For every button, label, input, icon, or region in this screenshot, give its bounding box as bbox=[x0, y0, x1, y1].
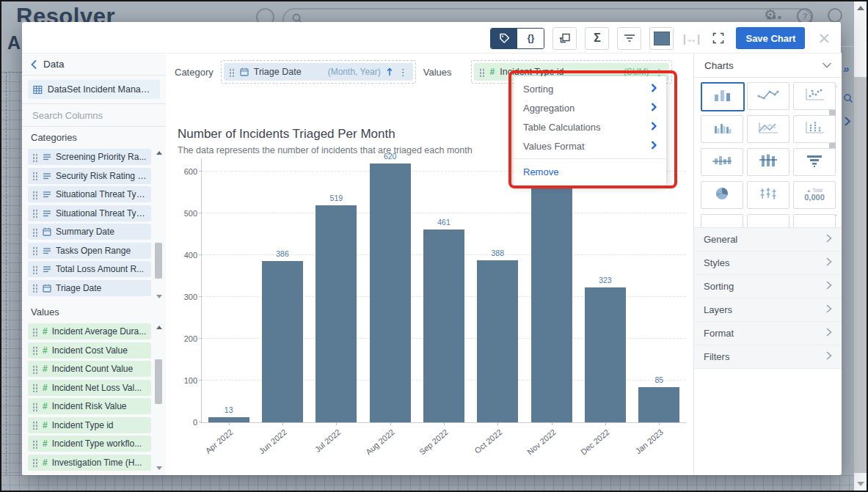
code-toggle-button[interactable]: {} bbox=[517, 29, 544, 48]
category-pill[interactable]: Screening Priority Ra... bbox=[28, 149, 151, 165]
scrollbar-thumb[interactable] bbox=[155, 359, 162, 403]
context-menu-item[interactable]: Values Format bbox=[514, 136, 666, 155]
drag-handle-icon[interactable] bbox=[32, 171, 38, 180]
bar[interactable] bbox=[262, 261, 303, 422]
category-pill[interactable]: Situational Threat Typ... bbox=[28, 186, 151, 202]
values-scrollbar[interactable] bbox=[154, 324, 164, 471]
search-columns-input[interactable] bbox=[31, 109, 163, 122]
scrollbar-thumb[interactable] bbox=[155, 243, 162, 279]
bar[interactable] bbox=[638, 387, 679, 422]
value-pill[interactable]: #Incident Net Loss Val... bbox=[28, 380, 151, 396]
scroll-up-arrow-icon[interactable] bbox=[156, 326, 162, 329]
drag-handle-icon[interactable] bbox=[32, 420, 38, 430]
save-chart-button[interactable]: Save Chart bbox=[736, 27, 805, 49]
drag-handle-icon[interactable] bbox=[32, 383, 38, 392]
chart-type-tile-scatter[interactable] bbox=[793, 82, 836, 110]
chart-type-tile-empty[interactable] bbox=[701, 214, 743, 227]
bar[interactable] bbox=[316, 205, 357, 422]
page-scrollbar-thumb[interactable] bbox=[854, 77, 867, 473]
bar[interactable] bbox=[208, 417, 249, 422]
category-pill[interactable]: Total Loss Amount R... bbox=[28, 261, 151, 277]
accordion-section-layers[interactable]: Layers bbox=[694, 298, 842, 322]
accordion-section-format[interactable]: Format bbox=[694, 322, 842, 345]
drag-handle-icon[interactable] bbox=[32, 402, 38, 411]
value-pill[interactable]: #Incident Average Dura... bbox=[28, 323, 151, 339]
chevron-left-icon[interactable] bbox=[31, 60, 37, 69]
category-pill[interactable]: Summary Date bbox=[28, 224, 151, 240]
chart-type-tile-column[interactable] bbox=[701, 115, 743, 143]
accordion-section-general[interactable]: General bbox=[694, 228, 842, 251]
sum-button[interactable]: Σ bbox=[585, 27, 609, 50]
fullscreen-button[interactable] bbox=[709, 28, 728, 49]
charts-section-header[interactable]: Charts bbox=[694, 54, 842, 78]
bar[interactable] bbox=[585, 287, 626, 422]
chart-type-tile-boxplot[interactable] bbox=[747, 181, 789, 209]
scroll-up-arrow-icon[interactable] bbox=[857, 6, 864, 10]
chart-type-tile-lines[interactable] bbox=[747, 115, 789, 143]
accordion-section-sorting[interactable]: Sorting bbox=[694, 275, 842, 298]
drag-handle-icon[interactable] bbox=[32, 364, 38, 374]
accordion-section-styles[interactable]: Styles bbox=[694, 251, 842, 275]
chart-type-tile-pie[interactable] bbox=[701, 181, 743, 209]
drag-handle-icon[interactable] bbox=[229, 67, 235, 77]
chart-type-tile-line[interactable] bbox=[747, 82, 789, 110]
bar[interactable] bbox=[477, 260, 518, 422]
context-menu-remove[interactable]: Remove bbox=[514, 161, 666, 183]
category-pill[interactable]: Tasks Open Range bbox=[28, 243, 151, 259]
categories-scrollbar[interactable] bbox=[154, 150, 164, 300]
page-scrollbar[interactable] bbox=[854, 1, 867, 491]
value-pill[interactable]: #Incident Risk Value bbox=[28, 398, 151, 414]
color-picker-button[interactable] bbox=[649, 27, 674, 50]
category-pill[interactable]: Security Risk Rating R... bbox=[28, 168, 151, 184]
drag-handle-icon[interactable] bbox=[32, 265, 38, 274]
labels-toggle-button[interactable] bbox=[491, 29, 517, 48]
filter-button[interactable] bbox=[617, 27, 641, 50]
bar[interactable] bbox=[370, 164, 411, 422]
field-menu-icon[interactable]: ⋮ bbox=[654, 67, 664, 77]
context-menu-item[interactable]: Sorting bbox=[514, 79, 666, 98]
scroll-up-arrow-icon[interactable] bbox=[156, 151, 162, 155]
category-pill[interactable]: Situational Threat Typ... bbox=[28, 205, 151, 221]
drag-handle-icon[interactable] bbox=[32, 153, 38, 162]
drag-handle-icon[interactable] bbox=[32, 439, 38, 449]
scroll-down-arrow-icon[interactable] bbox=[156, 466, 162, 470]
drag-handle-icon[interactable] bbox=[32, 246, 38, 255]
bar[interactable] bbox=[423, 230, 464, 422]
drag-handle-icon[interactable] bbox=[32, 327, 38, 337]
drag-handle-icon[interactable] bbox=[32, 208, 38, 218]
drag-handle-icon[interactable] bbox=[479, 67, 485, 77]
value-pill[interactable]: #Incident Type workflo... bbox=[28, 436, 151, 452]
accordion-section-filters[interactable]: Filters bbox=[694, 345, 842, 369]
scroll-down-arrow-icon[interactable] bbox=[857, 482, 864, 486]
sort-ascending-icon[interactable] bbox=[386, 67, 393, 76]
dataset-item[interactable]: DataSet Incident Managem... bbox=[28, 80, 160, 99]
close-icon[interactable]: ✕ bbox=[817, 31, 831, 46]
chart-type-tile-empty[interactable] bbox=[793, 214, 836, 227]
drag-handle-icon[interactable] bbox=[32, 190, 38, 199]
category-field-pill[interactable]: Triage Date (Month, Year) ⋮ bbox=[224, 63, 413, 81]
scroll-down-arrow-icon[interactable] bbox=[156, 295, 162, 298]
chart-type-tile-dot-column[interactable] bbox=[793, 115, 836, 143]
bar-width-button[interactable]: |↔| bbox=[682, 28, 701, 49]
bar[interactable] bbox=[531, 188, 572, 422]
drag-handle-icon[interactable] bbox=[32, 345, 38, 355]
drag-handle-icon[interactable] bbox=[32, 227, 38, 237]
pivot-button[interactable] bbox=[552, 27, 577, 50]
drag-handle-icon[interactable] bbox=[32, 283, 38, 293]
chart-type-tile-bar-line[interactable] bbox=[701, 148, 743, 176]
value-pill[interactable]: #Incident Type id bbox=[28, 417, 151, 433]
category-drop-zone[interactable]: Triage Date (Month, Year) ⋮ bbox=[221, 60, 416, 84]
field-menu-icon[interactable]: ⋮ bbox=[398, 67, 408, 77]
chart-type-tile-bar[interactable] bbox=[701, 82, 745, 111]
chart-type-tile-empty[interactable] bbox=[747, 214, 789, 227]
chart-type-tile-funnel[interactable] bbox=[793, 148, 836, 176]
value-pill[interactable]: #Incident Cost Value bbox=[28, 342, 151, 359]
context-menu-item[interactable]: Table Calculations bbox=[514, 117, 666, 136]
chart-type-tile-kpi[interactable]: ▲ Total0,000 bbox=[793, 181, 836, 209]
drag-handle-icon[interactable] bbox=[32, 458, 38, 467]
value-pill[interactable]: #Incident Count Value bbox=[28, 361, 151, 377]
context-menu-item[interactable]: Aggregation bbox=[514, 98, 666, 117]
value-pill[interactable]: #Investigation Time (H... bbox=[28, 455, 151, 471]
chart-type-tile-column-line[interactable] bbox=[747, 148, 789, 176]
category-pill[interactable]: Triage Date bbox=[28, 280, 151, 296]
